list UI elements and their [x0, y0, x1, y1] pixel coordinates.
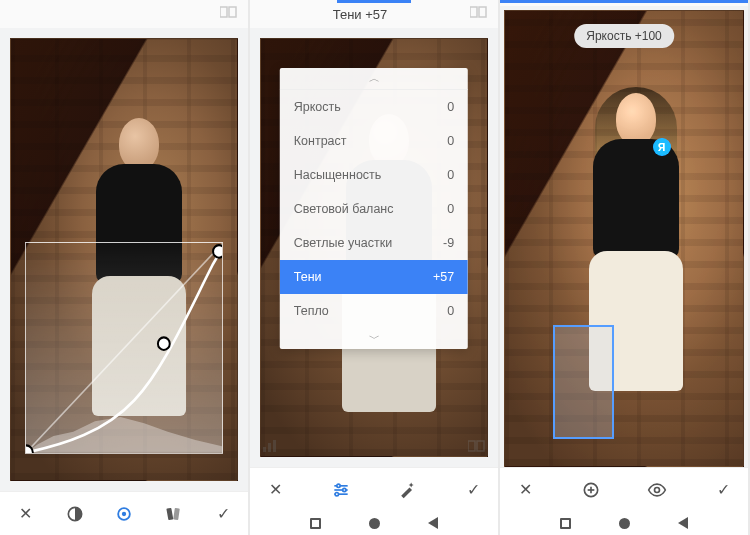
- nav-home-icon[interactable]: [369, 518, 380, 529]
- control-point-badge[interactable]: Я: [653, 138, 671, 156]
- svg-rect-12: [273, 440, 276, 452]
- bottom-toolbar: ✕ ✓: [500, 467, 748, 511]
- nav-recent-icon[interactable]: [310, 518, 321, 529]
- adjust-value: 0: [447, 134, 454, 148]
- compare-icon[interactable]: [468, 439, 486, 457]
- svg-rect-10: [263, 447, 266, 452]
- adjust-row[interactable]: Насыщенность0: [280, 158, 468, 192]
- close-button[interactable]: ✕: [514, 479, 536, 501]
- svg-rect-11: [268, 443, 271, 452]
- channel-rgb-icon[interactable]: [113, 503, 135, 525]
- adjust-label: Контраст: [294, 134, 347, 148]
- value-indicator-bar: [500, 0, 748, 3]
- svg-point-19: [343, 488, 346, 491]
- adjust-label: Тени: [294, 270, 322, 284]
- nav-back-icon[interactable]: [428, 517, 438, 529]
- close-button[interactable]: ✕: [14, 503, 36, 525]
- channel-luma-icon[interactable]: [64, 503, 86, 525]
- svg-point-20: [335, 492, 338, 495]
- adjust-label: Тепло: [294, 304, 329, 318]
- adjust-value: 0: [447, 202, 454, 216]
- apply-button[interactable]: ✓: [462, 479, 484, 501]
- panel-selective: Я Яркость +100 ✕ ✓: [500, 0, 750, 535]
- adjust-value: 0: [447, 168, 454, 182]
- adjust-label: Яркость: [294, 100, 341, 114]
- adjust-value: +57: [433, 270, 454, 284]
- adjust-row[interactable]: Световой баланс0: [280, 192, 468, 226]
- photo-canvas[interactable]: [0, 28, 248, 491]
- photo-canvas[interactable]: ︿ Яркость0Контраст0Насыщенность0Световой…: [250, 28, 498, 467]
- close-button[interactable]: ✕: [264, 479, 286, 501]
- bottom-toolbar: ✕ ✓: [250, 467, 498, 511]
- adjust-row[interactable]: Тени+57: [280, 260, 468, 294]
- chevron-down-icon[interactable]: ﹀: [280, 328, 468, 349]
- curves-overlay[interactable]: [25, 242, 224, 454]
- adjustments-menu: ︿ Яркость0Контраст0Насыщенность0Световой…: [280, 68, 468, 349]
- curve-node-mid[interactable]: [157, 337, 169, 350]
- presets-icon[interactable]: [163, 503, 185, 525]
- nav-home-icon[interactable]: [619, 518, 630, 529]
- svg-rect-7: [173, 507, 180, 519]
- adjust-label: Световой баланс: [294, 202, 394, 216]
- apply-button[interactable]: ✓: [212, 503, 234, 525]
- nav-recent-icon[interactable]: [560, 518, 571, 529]
- value-indicator-bar: [337, 0, 411, 3]
- adjust-row[interactable]: Яркость0: [280, 90, 468, 124]
- svg-rect-8: [470, 7, 477, 17]
- compare-icon[interactable]: [220, 5, 238, 23]
- adjust-label: Светлые участки: [294, 236, 392, 250]
- nav-back-icon[interactable]: [678, 517, 688, 529]
- view-icon[interactable]: [646, 479, 668, 501]
- svg-rect-1: [229, 7, 236, 17]
- svg-rect-13: [468, 441, 475, 451]
- svg-point-5: [122, 511, 126, 515]
- adjust-label: Насыщенность: [294, 168, 382, 182]
- svg-rect-6: [166, 507, 173, 519]
- svg-point-18: [337, 484, 340, 487]
- adjust-value: 0: [447, 304, 454, 318]
- android-navbar: [500, 511, 748, 535]
- bottom-toolbar: ✕ ✓: [0, 491, 248, 535]
- svg-point-24: [655, 487, 660, 492]
- auto-magic-icon[interactable]: [396, 479, 418, 501]
- topbar: [0, 0, 248, 28]
- panel-curves: ✕ ✓: [0, 0, 250, 535]
- photo-canvas[interactable]: Я Яркость +100: [500, 6, 748, 467]
- adjust-row[interactable]: Контраст0: [280, 124, 468, 158]
- photo: [10, 38, 238, 481]
- svg-rect-14: [477, 441, 484, 451]
- histogram-icon[interactable]: [262, 439, 280, 457]
- photo: Я: [504, 10, 744, 467]
- panel-tune: Тени +57 ︿ Яркость0Контраст0Насыщенность…: [250, 0, 500, 535]
- adjust-row[interactable]: Светлые участки-9: [280, 226, 468, 260]
- adjustment-pill: Яркость +100: [574, 24, 674, 48]
- add-point-icon[interactable]: [580, 479, 602, 501]
- curve-node-white[interactable]: [213, 245, 223, 258]
- compare-icon[interactable]: [470, 5, 488, 23]
- android-navbar: [250, 511, 498, 535]
- svg-rect-0: [220, 7, 227, 17]
- apply-button[interactable]: ✓: [712, 479, 734, 501]
- selective-region[interactable]: [553, 325, 615, 439]
- sliders-icon[interactable]: [330, 479, 352, 501]
- topbar: Тени +57: [250, 0, 498, 28]
- svg-rect-9: [479, 7, 486, 17]
- adjust-value: 0: [447, 100, 454, 114]
- current-adjustment-label: Тени +57: [260, 7, 460, 22]
- chevron-up-icon[interactable]: ︿: [280, 68, 468, 90]
- adjust-value: -9: [443, 236, 454, 250]
- adjust-row[interactable]: Тепло0: [280, 294, 468, 328]
